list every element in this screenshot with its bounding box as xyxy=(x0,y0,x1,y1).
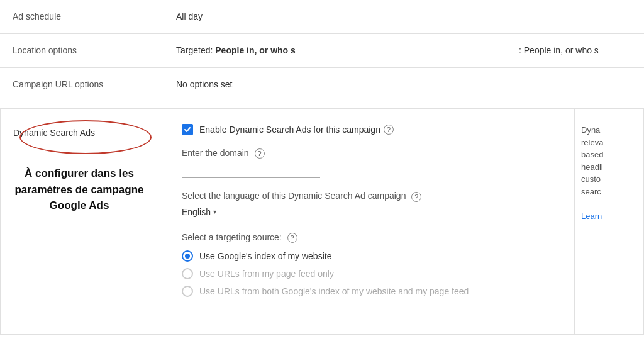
dsa-section: Dynamic Search Ads À configurer dans les… xyxy=(0,108,644,335)
enable-dsa-row: Enable Dynamic Search Ads for this campa… xyxy=(182,124,557,135)
right-text-releva: releva xyxy=(581,138,603,147)
right-text-searc: searc xyxy=(581,187,601,196)
radio-both-label: Use URLs from both Google's index of my … xyxy=(199,286,469,296)
campaign-url-value: No options set xyxy=(176,79,506,89)
right-text-headli: headli xyxy=(581,162,603,172)
campaign-url-row: Campaign URL options No options set xyxy=(0,67,644,101)
ad-schedule-row: Ad schedule All day xyxy=(0,0,644,33)
ad-schedule-value: All day xyxy=(176,11,506,21)
language-select[interactable]: English ▾ xyxy=(182,207,557,217)
ad-schedule-label: Ad schedule xyxy=(13,11,176,21)
domain-label: Enter the domain ? xyxy=(182,148,557,159)
domain-help-icon[interactable]: ? xyxy=(255,148,265,159)
right-text-dyna: Dyna xyxy=(581,125,600,135)
language-dropdown-arrow: ▾ xyxy=(213,208,216,215)
section-right: Dyna releva based headli custo searc Lea… xyxy=(574,109,643,334)
radio-google-index-button[interactable] xyxy=(182,250,193,262)
location-value-prefix: Targeted: xyxy=(176,45,215,55)
radio-google-index-label: Use Google's index of my website xyxy=(199,251,331,261)
radio-page-feed-label: Use URLs from my page feed only xyxy=(199,269,334,279)
enable-dsa-checkbox[interactable] xyxy=(182,124,193,135)
language-row: Select the language of this Dynamic Sear… xyxy=(182,191,557,216)
campaign-url-label: Campaign URL options xyxy=(13,79,176,89)
language-label-text: Select the language of this Dynamic Sear… xyxy=(182,191,406,201)
targeting-help-icon[interactable]: ? xyxy=(287,233,297,243)
radio-google-index-dot xyxy=(185,254,190,259)
domain-input[interactable] xyxy=(182,162,320,178)
radio-both[interactable]: Use URLs from both Google's index of my … xyxy=(182,286,557,297)
section-main: Enable Dynamic Search Ads for this campa… xyxy=(164,109,574,334)
targeting-label-text: Select a targeting source: xyxy=(182,232,282,242)
annotation-text: À configurer dans les paramètres de camp… xyxy=(7,165,152,214)
page-wrapper: Ad schedule All day Location options Tar… xyxy=(0,0,644,363)
domain-label-text: Enter the domain xyxy=(182,148,249,158)
settings-section: Ad schedule All day Location options Tar… xyxy=(0,0,644,101)
location-options-value: Targeted: People in, or who s xyxy=(176,45,506,55)
section-title: Dynamic Search Ads xyxy=(13,128,151,138)
language-help-icon[interactable]: ? xyxy=(411,192,421,202)
location-value-bold: People in, or who s xyxy=(215,45,296,55)
enable-dsa-label: Enable Dynamic Search Ads for this campa… xyxy=(199,125,380,135)
radio-page-feed[interactable]: Use URLs from my page feed only xyxy=(182,268,557,279)
location-options-right: : People in, or who s xyxy=(506,45,631,55)
radio-google-index[interactable]: Use Google's index of my website xyxy=(182,250,557,262)
section-left: Dynamic Search Ads À configurer dans les… xyxy=(1,109,164,334)
right-text-based: based xyxy=(581,150,603,159)
location-options-label: Location options xyxy=(13,45,176,55)
radio-page-feed-button[interactable] xyxy=(182,268,193,279)
location-options-row: Location options Targeted: People in, or… xyxy=(0,33,644,67)
dsa-help-icon[interactable]: ? xyxy=(384,125,394,135)
targeting-source-label: Select a targeting source: ? xyxy=(182,232,557,243)
right-column-text: Dyna releva based headli custo searc xyxy=(581,124,637,198)
radio-both-button[interactable] xyxy=(182,286,193,297)
language-value: English xyxy=(182,207,211,217)
right-text-custo: custo xyxy=(581,174,601,184)
language-label: Select the language of this Dynamic Sear… xyxy=(182,191,557,201)
learn-more-link[interactable]: Learn xyxy=(581,211,602,221)
